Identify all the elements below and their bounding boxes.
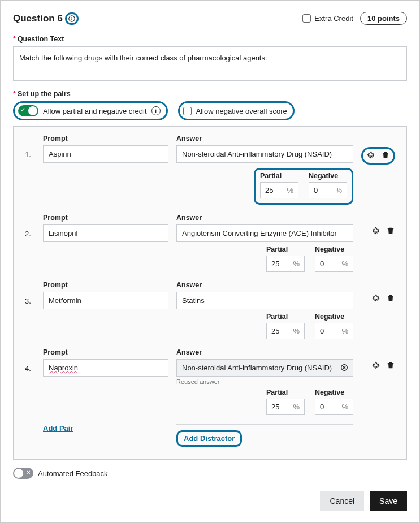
prompt-input[interactable]: Lisinopril [43,224,168,242]
allow-partial-toggle[interactable]: Allow partial and negative credit i [13,101,168,120]
partial-label: Partial [266,388,305,396]
recycle-icon[interactable] [371,361,380,371]
trash-icon[interactable] [386,361,395,371]
question-text-input[interactable]: Match the following drugs with their cor… [13,46,407,81]
answer-label: Answer [176,281,353,289]
row-number: 4. [25,364,35,373]
extra-credit-toggle[interactable]: Extra Credit [302,14,353,23]
answer-label: Answer [176,214,353,222]
partial-input[interactable]: 25% [260,182,298,198]
negative-label: Negative [315,245,353,253]
pairs-label: *Set up the pairs [13,90,407,98]
row-number: 2. [25,230,35,238]
points-pill[interactable]: 10 points [360,12,407,25]
automated-feedback-label: Automated Feedback [38,469,108,478]
answer-input[interactable]: Non-steroidal Anti-inflammatory Drug (NS… [176,145,353,163]
row-number: 1. [25,150,35,159]
negative-label: Negative [315,388,353,396]
cancel-button[interactable]: Cancel [320,491,364,511]
negative-input[interactable]: 0% [315,323,353,339]
partial-label: Partial [260,172,298,180]
prompt-input[interactable]: Aspirin [43,145,168,163]
add-pair-link[interactable]: Add Pair [43,424,73,433]
extra-credit-label: Extra Credit [314,14,353,23]
reused-note: Reused answer [176,378,353,385]
automated-feedback-toggle[interactable] [13,468,33,479]
question-title: Question 6 [13,12,79,25]
svg-point-2 [71,17,72,18]
allow-negative-checkbox[interactable]: Allow negative overall score [178,101,295,120]
answer-input[interactable]: Non-steroidal Anti-inflammatory Drug (NS… [176,359,353,377]
clear-reused-icon[interactable] [340,363,349,372]
answer-label: Answer [176,135,353,142]
trash-icon[interactable] [386,293,395,304]
trash-icon[interactable] [381,150,390,161]
checkbox-icon [183,107,192,115]
prompt-label: Prompt [43,281,168,289]
row-number: 3. [25,297,35,305]
question-text-label: *Question Text [13,35,407,43]
partial-label: Partial [266,313,305,321]
negative-input[interactable]: 0% [315,399,353,415]
partial-input[interactable]: 25% [266,256,305,272]
negative-label: Negative [315,313,353,321]
prompt-label: Prompt [43,214,168,222]
partial-label: Partial [266,245,305,253]
answer-input[interactable]: Angiotensin Converting Enzyme (ACE) Inhi… [176,224,353,242]
trash-icon[interactable] [386,226,395,237]
toggle-on-icon [18,105,38,116]
answer-input[interactable]: Statins [176,292,353,309]
answer-label: Answer [176,348,353,356]
info-icon[interactable]: i [151,106,161,115]
negative-input[interactable]: 0% [309,182,347,198]
partial-input[interactable]: 25% [266,399,305,415]
negative-input[interactable]: 0% [315,256,353,272]
negative-label: Negative [309,172,347,180]
pairs-panel: 1.PromptAspirinAnswerNon-steroidal Anti-… [13,126,407,460]
add-distractor-link[interactable]: Add Distractor [176,430,242,447]
recycle-icon[interactable] [371,293,380,304]
recycle-icon[interactable] [371,226,380,237]
recycle-icon[interactable] [366,150,375,161]
partial-input[interactable]: 25% [266,323,305,339]
prompt-input[interactable]: Metformin [43,292,168,309]
checkbox-icon [302,14,311,23]
prompt-label: Prompt [43,135,168,142]
info-icon[interactable] [65,12,79,25]
prompt-input[interactable]: Naproxin [43,359,168,377]
question-number: Question 6 [13,13,63,24]
prompt-label: Prompt [43,348,168,356]
save-button[interactable]: Save [370,491,407,511]
